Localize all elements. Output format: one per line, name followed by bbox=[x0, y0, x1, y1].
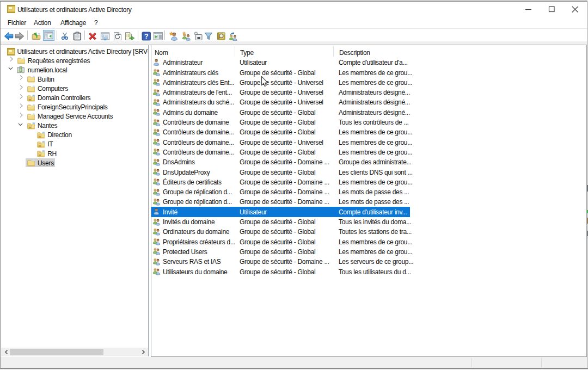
svg-text:?: ? bbox=[144, 33, 149, 40]
